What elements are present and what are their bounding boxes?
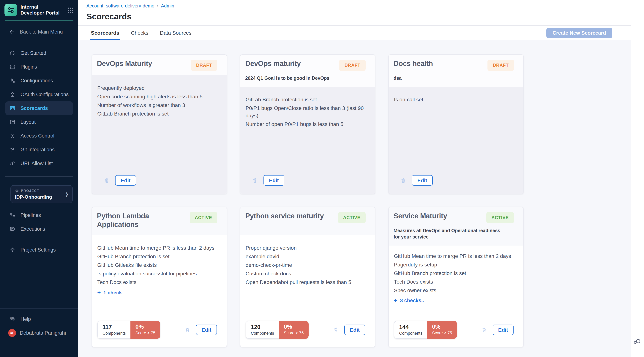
- sidebar-item-plugins[interactable]: Plugins: [0, 60, 73, 74]
- edit-scorecard-button[interactable]: Edit: [493, 324, 514, 335]
- page-header: Account: software-delivery-demo › Admin …: [78, 0, 644, 26]
- card-description: Measures all DevOps and Operational read…: [394, 228, 505, 240]
- sidebar-item-git-integrations[interactable]: Git Integrations: [0, 143, 73, 156]
- check-item: example david: [246, 253, 367, 260]
- sidebar-item-executions[interactable]: Executions: [0, 222, 73, 236]
- gears-icon: [9, 78, 16, 84]
- user-name: Debabrata Panigrahi: [20, 330, 66, 336]
- edit-scorecard-button[interactable]: Edit: [196, 324, 217, 335]
- breadcrumb-account-link[interactable]: Account: software-delivery-demo: [86, 3, 154, 8]
- delete-scorecard-button[interactable]: [481, 326, 488, 333]
- sidebar-item-label: Executions: [20, 226, 45, 232]
- sidebar-item-label: Scorecards: [20, 106, 48, 111]
- sidebar-item-get-started[interactable]: Get Started: [0, 46, 73, 60]
- delete-scorecard-button[interactable]: [252, 177, 258, 184]
- sidebar-item-label: Layout: [20, 119, 36, 125]
- tab-data-sources[interactable]: Data Sources: [159, 26, 192, 40]
- check-item: GitHub Branch protection is set: [394, 270, 515, 277]
- edit-scorecard-button[interactable]: Edit: [344, 324, 365, 335]
- delete-scorecard-button[interactable]: [184, 326, 191, 333]
- components-label: Components: [399, 330, 422, 336]
- check-item: GitHub Mean time to merge PR is less tha…: [394, 252, 515, 260]
- more-checks-link[interactable]: + 1 check: [97, 290, 218, 296]
- sidebar-item-access-control[interactable]: Access Control: [0, 129, 73, 143]
- sidebar-item-label: Project Settings: [20, 247, 56, 253]
- sidebar-item-project-settings[interactable]: Project Settings: [0, 243, 73, 257]
- delete-scorecard-button[interactable]: [333, 326, 339, 333]
- sidebar-divider: [5, 176, 73, 177]
- tab-scorecards[interactable]: Scorecards: [90, 26, 120, 40]
- sidebar-item-oauth-configurations[interactable]: OAuth Configurations: [0, 88, 73, 101]
- sidebar-item-scorecards[interactable]: Scorecards: [5, 101, 73, 115]
- sidebar-item-label: Pipelines: [20, 212, 41, 218]
- check-item: GitHub Branch protection is set: [97, 253, 218, 260]
- gear-icon: [9, 247, 16, 253]
- back-to-main-menu[interactable]: Back to Main Menu: [0, 26, 78, 37]
- sidebar-item-label: Git Integrations: [20, 147, 54, 152]
- user-menu[interactable]: DP Debabrata Panigrahi: [0, 326, 78, 339]
- status-badge: ACTIVE: [190, 212, 217, 223]
- card-description: 2024 Q1 Goal is to be good in DevOps: [245, 75, 357, 82]
- check-item: Number of workflows is greater than 3: [97, 101, 218, 109]
- components-score-pill: 120 Components 0% Score > 75: [246, 321, 308, 339]
- components-label: Components: [102, 330, 126, 336]
- card-description: dsa: [394, 75, 505, 82]
- project-nav-group: Pipelines Executions: [0, 208, 78, 236]
- sidebar-item-label: Get Started: [20, 50, 46, 56]
- trash-icon: [252, 177, 258, 184]
- edit-scorecard-button[interactable]: Edit: [264, 175, 284, 186]
- check-item: Is on-call set: [394, 96, 515, 103]
- sidebar-item-layout[interactable]: Layout: [0, 115, 73, 129]
- sidebar-item-label: Access Control: [20, 133, 54, 139]
- scorecard-card-service-maturity: Service Maturity ACTIVE Measures all Dev…: [388, 207, 524, 347]
- score-badge: 0% Score > 75: [279, 321, 308, 339]
- components-label: Components: [251, 330, 274, 336]
- help-button[interactable]: ? Help: [0, 313, 73, 325]
- scorecard-card-devops-maturity-2: DevOps maturity DRAFT 2024 Q1 Goal is to…: [240, 54, 375, 194]
- score-value: 0%: [432, 323, 452, 330]
- git-branch-icon: [9, 146, 16, 153]
- sidebar-item-label: OAuth Configurations: [20, 92, 68, 97]
- app-root: Internal Developer Portal Back to Main M…: [0, 0, 644, 357]
- sidebar-item-url-allow-list[interactable]: URL Allow List: [0, 156, 73, 170]
- score-value: 0%: [136, 323, 156, 330]
- breadcrumb: Account: software-delivery-demo › Admin: [86, 3, 644, 8]
- check-item: GitLab Branch protection is set: [246, 96, 367, 103]
- scorecards-grid: DevOps Maturity DRAFT Frequently deploye…: [92, 54, 644, 347]
- score-label: Score > 75: [136, 330, 156, 336]
- check-item: GitLab Branch protection is set: [97, 110, 218, 118]
- project-selector[interactable]: PROJECT IDP-Onboarding ❯: [10, 185, 73, 203]
- breadcrumb-admin-link[interactable]: Admin: [161, 3, 174, 8]
- scorecard-icon: [9, 105, 16, 112]
- sidebar-footer: ? Help DP Debabrata Panigrahi: [0, 308, 78, 357]
- sidebar-item-configurations[interactable]: Configurations: [0, 74, 73, 88]
- sidebar-item-pipelines[interactable]: Pipelines: [0, 208, 73, 222]
- status-badge: ACTIVE: [338, 212, 366, 223]
- card-title: Service Maturity: [394, 212, 447, 220]
- settings-nav-group: Project Settings: [0, 243, 78, 257]
- tab-checks[interactable]: Checks: [130, 26, 149, 40]
- support-chat-icon[interactable]: [634, 338, 642, 346]
- check-item: Proper django version: [246, 244, 367, 252]
- check-item: GitHub Mean time to merge PR is less tha…: [97, 244, 218, 252]
- check-item: P0/P1 bugs Open/Close ratio is less than…: [246, 104, 367, 119]
- scorecard-card-python-service-maturity: Python service maturity ACTIVE Proper dj…: [240, 207, 375, 347]
- scorecard-card-python-lambda-applications: Python Lambda Applications ACTIVE GitHub…: [92, 207, 227, 347]
- accent-divider: [5, 20, 74, 20]
- delete-scorecard-button[interactable]: [400, 177, 406, 184]
- project-name: IDP-Onboarding: [15, 194, 65, 200]
- card-title: Python Lambda Applications: [97, 212, 190, 229]
- more-checks-link[interactable]: + 3 checks..: [394, 298, 515, 304]
- delete-scorecard-button[interactable]: [104, 177, 110, 184]
- edit-scorecard-button[interactable]: Edit: [412, 175, 433, 186]
- edit-scorecard-button[interactable]: Edit: [115, 175, 136, 186]
- arrow-left-icon: [9, 28, 15, 35]
- create-new-scorecard-button[interactable]: Create New Scorecard: [546, 28, 612, 38]
- sidebar-divider: [5, 40, 73, 40]
- plus-icon: +: [394, 298, 398, 304]
- app-switcher-grid-icon[interactable]: [68, 7, 74, 13]
- card-title: DevOps Maturity: [97, 60, 152, 68]
- svg-text:?: ?: [11, 317, 12, 319]
- layout-icon: [9, 119, 16, 125]
- components-score-pill: 144 Components 0% Score > 75: [394, 321, 457, 339]
